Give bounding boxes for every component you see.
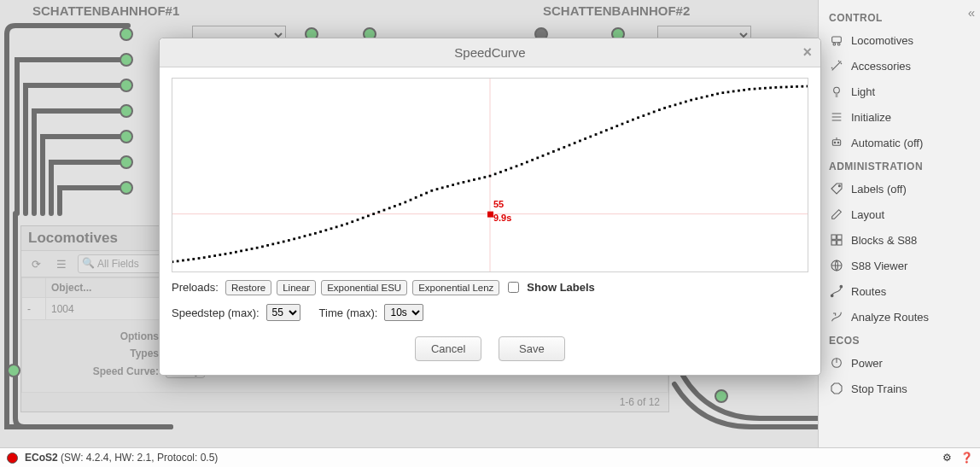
preload-linear-button[interactable]: Linear [277,280,316,295]
sidebar-item-accessories[interactable]: Accessories [819,53,980,79]
svg-rect-56 [341,225,343,227]
speedcurve-plot: 55 9.9s [172,79,808,271]
sidebar-item-label: Light [851,85,875,98]
stop-icon [829,381,844,396]
svg-rect-34 [225,253,227,255]
blocks-icon [829,232,844,248]
svg-rect-105 [600,131,603,134]
svg-rect-50 [309,233,312,236]
svg-rect-32 [213,254,216,257]
svg-rect-68 [404,201,406,203]
svg-rect-108 [615,125,618,127]
svg-rect-118 [668,105,671,108]
svg-rect-44 [277,242,280,244]
svg-rect-55 [335,225,338,228]
preload-restore-button[interactable]: Restore [225,280,271,295]
svg-rect-72 [425,192,428,195]
svg-rect-117 [663,107,666,109]
svg-rect-139 [780,86,783,89]
preload-exp-lenz-button[interactable]: Exponential Lenz [412,280,499,295]
svg-rect-69 [410,199,412,201]
svg-rect-67 [399,203,401,206]
show-labels-label[interactable]: Show Labels [527,281,594,294]
sidebar: « CONTROL Locomotives Accessories Light … [818,0,980,447]
svg-rect-74 [436,188,439,190]
svg-rect-83 [483,176,486,178]
preloads-label: Preloads: [172,281,219,294]
speedcurve-dialog: SpeedCurve × 55 9.9s Preloads: Restore L… [159,38,821,376]
svg-rect-92 [531,159,534,161]
sidebar-item-stop[interactable]: Stop Trains [819,376,980,401]
svg-rect-66 [394,205,396,207]
close-icon[interactable]: × [802,44,812,61]
sidebar-item-analyze[interactable]: Analyze Routes [819,304,980,330]
svg-rect-110 [627,120,629,123]
svg-rect-136 [764,87,767,90]
svg-rect-59 [357,219,359,221]
speedcurve-chart[interactable]: 55 9.9s [172,78,808,272]
svg-rect-119 [674,103,677,106]
sidebar-item-blocks[interactable]: Blocks & S88 [819,227,980,253]
svg-rect-43 [271,242,274,245]
time-max-select[interactable]: 10s [384,304,423,321]
sidebar-item-label: Automatic (off) [851,137,923,149]
svg-rect-85 [494,172,497,175]
svg-rect-16 [831,241,836,245]
robot-icon [829,135,844,150]
svg-rect-109 [621,123,624,126]
svg-rect-88 [510,167,512,170]
svg-rect-81 [473,178,475,181]
sidebar-item-label: Analyze Routes [851,311,929,324]
svg-rect-131 [738,90,740,92]
svg-point-20 [840,285,843,288]
preload-exp-esu-button[interactable]: Exponential ESU [321,280,407,295]
svg-rect-49 [304,235,306,237]
save-button[interactable]: Save [499,336,565,361]
svg-rect-14 [831,235,836,239]
sidebar-item-routes[interactable]: Routes [819,278,980,304]
sidebar-item-s88viewer[interactable]: S88 Viewer [819,253,980,278]
sidebar-collapse-button[interactable]: « [968,5,975,20]
svg-rect-38 [245,248,248,251]
route-icon [829,283,844,299]
svg-rect-103 [589,136,592,138]
svg-rect-70 [415,196,417,199]
svg-rect-124 [701,96,703,99]
svg-rect-6 [832,37,842,43]
svg-rect-84 [489,175,492,178]
svg-rect-60 [362,217,365,219]
sidebar-item-power[interactable]: Power [819,350,980,376]
svg-rect-137 [769,86,772,89]
svg-point-11 [834,142,836,143]
svg-rect-123 [695,97,697,100]
svg-rect-58 [351,220,353,223]
svg-rect-120 [680,102,682,105]
sidebar-item-layout[interactable]: Layout [819,201,980,227]
svg-rect-28 [192,258,195,260]
dialog-titlebar[interactable]: SpeedCurve × [160,38,820,67]
sidebar-item-initialize[interactable]: Initialize [819,104,980,130]
svg-rect-27 [187,259,190,261]
svg-rect-93 [536,156,539,159]
settings-icon[interactable]: ⚙ [942,452,952,464]
sidebar-item-locomotives[interactable]: Locomotives [819,27,980,53]
svg-rect-48 [298,236,300,239]
svg-rect-36 [235,251,237,254]
help-icon[interactable]: ❓ [960,452,973,464]
sidebar-item-light[interactable]: Light [819,79,980,104]
svg-rect-128 [721,91,724,94]
svg-rect-115 [653,111,656,114]
svg-rect-65 [388,207,391,209]
speedstep-max-select[interactable]: 55 [266,304,300,321]
svg-rect-82 [478,178,481,180]
svg-rect-127 [716,92,719,95]
sidebar-item-automatic[interactable]: Automatic (off) [819,130,980,155]
sidebar-item-labels[interactable]: Labels (off) [819,176,980,201]
svg-rect-47 [293,237,295,240]
show-labels-checkbox[interactable] [508,282,519,293]
svg-rect-135 [759,87,761,90]
svg-rect-102 [584,137,586,140]
sidebar-section-ecos: ECOS [819,330,980,350]
cancel-button[interactable]: Cancel [415,336,481,361]
svg-rect-145 [487,212,493,218]
